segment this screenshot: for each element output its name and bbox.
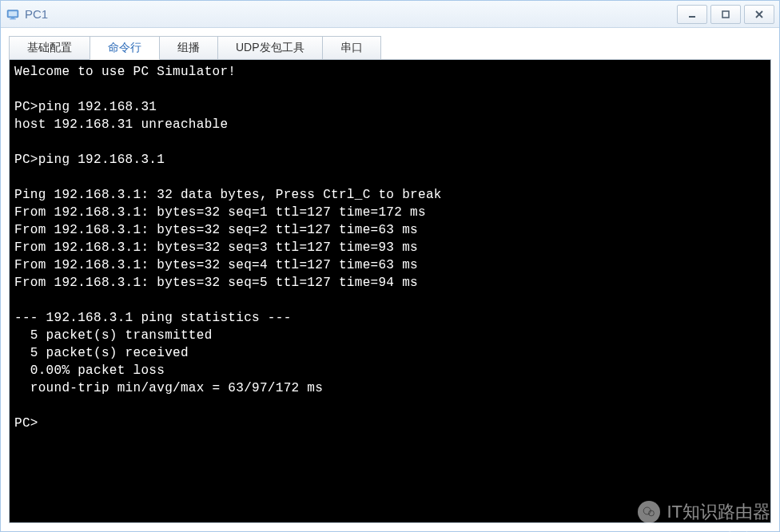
tab-bar: 基础配置 命令行 组播 UDP发包工具 串口: [9, 36, 771, 60]
tab-serial[interactable]: 串口: [322, 36, 381, 60]
tab-udp-tool[interactable]: UDP发包工具: [217, 36, 323, 60]
svg-rect-3: [10, 18, 16, 19]
window-title: PC1: [25, 7, 677, 21]
titlebar: PC1: [1, 1, 779, 28]
svg-rect-2: [11, 17, 15, 18]
tab-multicast[interactable]: 组播: [159, 36, 218, 60]
terminal-output[interactable]: Welcome to use PC Simulator! PC>ping 192…: [9, 59, 771, 523]
minimize-button[interactable]: [677, 5, 707, 24]
tab-command-line[interactable]: 命令行: [90, 36, 160, 60]
svg-rect-5: [722, 11, 729, 18]
app-icon: [6, 7, 20, 22]
close-button[interactable]: [744, 5, 774, 24]
content-area: 基础配置 命令行 组播 UDP发包工具 串口 Welcome to use PC…: [1, 28, 779, 531]
maximize-button[interactable]: [710, 5, 741, 24]
svg-rect-1: [9, 11, 18, 16]
window-controls: [677, 5, 774, 24]
tab-basic-config[interactable]: 基础配置: [9, 36, 90, 60]
app-window: PC1 基础配置 命令行 组播 UDP发包工具 串口 Welcome to us…: [0, 0, 780, 532]
